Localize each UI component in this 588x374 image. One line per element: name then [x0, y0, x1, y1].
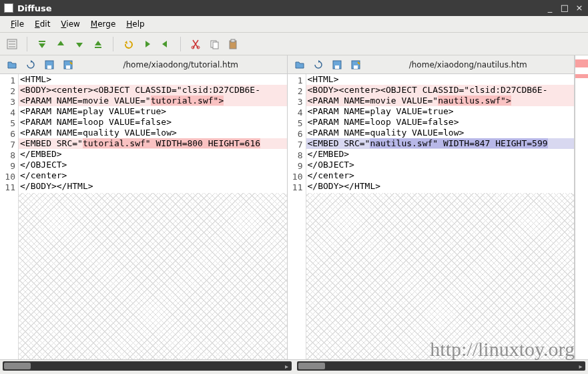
copy-right-button[interactable] [158, 36, 174, 52]
diff-highlight: tutorial.swf" WIDTH=800 HEIGHT=616 [83, 138, 260, 148]
diff-content: /home/xiaodong/tutorial.htm 123456789101… [0, 55, 588, 359]
reload-button[interactable] [310, 57, 326, 73]
code-line[interactable]: <EMBED SRC="tutorial.swf" WIDTH=800 HEIG… [19, 138, 287, 149]
code-line[interactable]: <PARAM NAME=quality VALUE=low> [19, 128, 287, 138]
code-line[interactable]: <BODY><center><OBJECT CLASSID="clsid:D27… [306, 85, 575, 96]
svg-rect-1 [39, 41, 45, 42]
copy-left-button[interactable] [139, 36, 155, 52]
code-line[interactable]: </EMBED> [19, 149, 287, 160]
minimize-button[interactable]: _ [545, 3, 555, 13]
code-line[interactable]: </OBJECT> [306, 160, 575, 170]
svg-rect-8 [231, 39, 235, 42]
code-line[interactable]: <PARAM NAME=loop VALUE=false> [19, 117, 287, 128]
toolbar-separator [180, 37, 181, 51]
menu-edit[interactable]: Edit [29, 17, 55, 31]
line-number: 8 [288, 150, 303, 161]
paste-button[interactable] [225, 36, 241, 52]
open-file-button[interactable] [4, 57, 20, 73]
code-line[interactable]: </center> [19, 170, 287, 181]
save-as-button[interactable] [60, 57, 76, 73]
line-number: 4 [0, 108, 15, 118]
line-number: 10 [288, 172, 303, 182]
svg-rect-12 [66, 65, 70, 69]
maximize-button[interactable]: □ [560, 3, 569, 13]
copy-button[interactable] [206, 36, 222, 52]
menu-view[interactable]: View [55, 17, 85, 31]
diff-highlight: nautilus.swf" WIDTH=847 HEIGHT=599 [370, 138, 547, 148]
svg-rect-10 [47, 65, 51, 69]
save-as-button[interactable] [348, 57, 364, 73]
pane-header: /home/xiaodong/nautilus.htm [288, 55, 575, 74]
realign-button[interactable] [4, 36, 20, 52]
code-line[interactable]: </BODY></HTML> [19, 181, 287, 192]
next-diff-button[interactable] [71, 36, 87, 52]
line-number: 4 [288, 108, 303, 118]
line-number: 9 [0, 161, 15, 172]
code-line[interactable]: <PARAM NAME=loop VALUE=false> [306, 117, 575, 128]
menu-bar: File Edit View Merge Help [0, 16, 588, 33]
code-area[interactable]: <HTML><BODY><center><OBJECT CLASSID="cls… [306, 74, 575, 359]
code-line[interactable]: <PARAM NAME=movie VALUE="tutorial.swf"> [19, 96, 287, 106]
horizontal-scrollbar[interactable]: ◂ ▸ [3, 361, 292, 371]
scroll-right-icon[interactable]: ▸ [282, 363, 292, 370]
code-line[interactable]: </EMBED> [306, 149, 575, 160]
horizontal-scrollbar[interactable]: ◂ ▸ [297, 361, 586, 371]
overview-minimap[interactable] [575, 55, 588, 359]
toolbar-separator [113, 37, 113, 51]
svg-rect-6 [213, 42, 218, 49]
last-diff-button[interactable] [90, 36, 106, 52]
line-gutter: 1234567891011 [0, 74, 19, 359]
file-path: /home/xiaodong/nautilus.htm [366, 60, 571, 69]
diff-highlight: nautilus.swf"> [438, 96, 511, 106]
svg-rect-14 [335, 65, 339, 69]
code-line[interactable]: <PARAM NAME=movie VALUE="nautilus.swf"> [306, 96, 575, 106]
main-toolbar [0, 33, 588, 55]
svg-rect-2 [95, 47, 101, 48]
code-area[interactable]: <HTML><BODY><center><OBJECT CLASSID="cls… [19, 74, 287, 359]
close-button[interactable]: × [575, 3, 584, 13]
code-line[interactable]: <HTML> [19, 74, 287, 85]
line-number: 1 [288, 75, 303, 86]
line-number: 2 [288, 86, 303, 97]
line-number: 6 [0, 129, 15, 140]
line-number: 6 [288, 129, 303, 140]
save-button[interactable] [329, 57, 345, 73]
code-line[interactable]: </OBJECT> [19, 160, 287, 170]
code-line[interactable]: </center> [306, 170, 575, 181]
right-pane: /home/xiaodong/nautilus.htm 123456789101… [288, 55, 575, 359]
line-number: 9 [288, 161, 303, 172]
line-number: 7 [0, 140, 15, 150]
reload-button[interactable] [23, 57, 39, 73]
code-line[interactable]: <EMBED SRC="nautilus.swf" WIDTH=847 HEIG… [306, 138, 575, 149]
pane-header: /home/xiaodong/tutorial.htm [0, 55, 287, 74]
menu-help[interactable]: Help [121, 17, 150, 31]
empty-area [306, 193, 575, 359]
code-line[interactable]: <HTML> [306, 74, 575, 85]
left-pane: /home/xiaodong/tutorial.htm 123456789101… [0, 55, 288, 359]
scrollbar-thumb[interactable] [4, 363, 31, 369]
code-line[interactable]: <PARAM NAME=play VALUE=true> [306, 106, 575, 117]
file-path: /home/xiaodong/tutorial.htm [79, 60, 283, 69]
scroll-right-icon[interactable]: ▸ [576, 363, 585, 370]
scrollbar-thumb[interactable] [298, 363, 325, 369]
save-button[interactable] [41, 57, 57, 73]
code-line[interactable]: <PARAM NAME=play VALUE=true> [19, 106, 287, 117]
menu-file[interactable]: File [5, 17, 29, 31]
open-file-button[interactable] [292, 57, 308, 73]
line-number: 3 [288, 97, 303, 108]
cut-button[interactable] [188, 36, 204, 52]
line-number: 8 [0, 150, 15, 161]
undo-button[interactable] [120, 36, 136, 52]
line-number: 2 [0, 86, 15, 97]
menu-merge[interactable]: Merge [85, 17, 121, 31]
svg-rect-16 [354, 65, 358, 69]
first-diff-button[interactable] [34, 36, 50, 52]
code-line[interactable]: <PARAM NAME=quality VALUE=low> [306, 128, 575, 138]
code-line[interactable]: <BODY><center><OBJECT CLASSID="clsid:D27… [19, 85, 287, 96]
line-number: 11 [288, 182, 303, 193]
code-line[interactable]: </BODY></HTML> [306, 181, 575, 192]
prev-diff-button[interactable] [53, 36, 69, 52]
line-number: 7 [288, 140, 303, 150]
line-number: 5 [288, 118, 303, 129]
line-number: 1 [0, 75, 15, 86]
